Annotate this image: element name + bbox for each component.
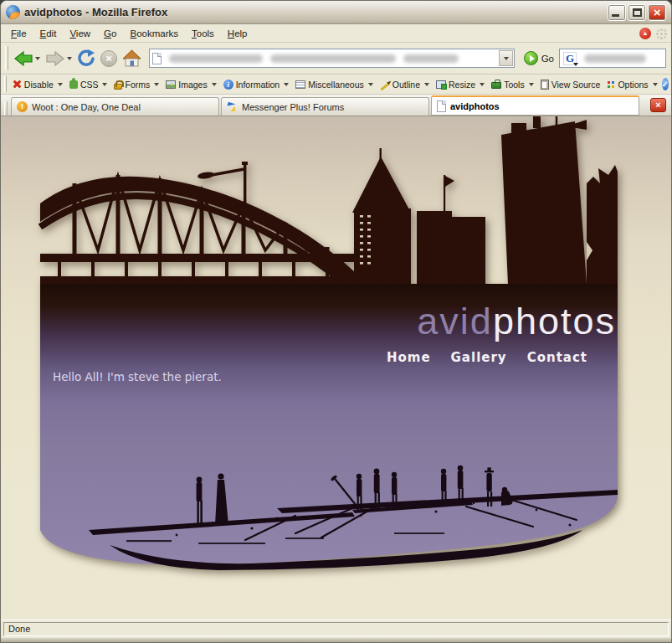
- close-tab-button[interactable]: ×: [650, 98, 666, 112]
- image-icon: [166, 80, 176, 89]
- forward-dropdown-caret[interactable]: [67, 57, 72, 60]
- tab-avidphotos[interactable]: avidphotos: [431, 95, 639, 116]
- reload-icon: [77, 49, 95, 68]
- messenger-plus-favicon: [227, 101, 238, 112]
- back-button[interactable]: [12, 48, 42, 69]
- title-bar: avidphotos - Mozilla Firefox ×: [1, 1, 671, 24]
- blurred-url-text: [270, 54, 396, 63]
- web-developer-toolbar: Disable CSS Forms Images iInformation Mi…: [1, 75, 671, 95]
- site-logo: avidphotos: [417, 299, 616, 343]
- google-search-input[interactable]: G: [559, 49, 666, 68]
- greeting-text: Hello All! I'm steve the pierat.: [53, 370, 222, 383]
- menu-bookmarks[interactable]: Bookmarks: [123, 26, 185, 41]
- menu-go[interactable]: Go: [97, 26, 123, 41]
- toolbar-grippy[interactable]: [4, 76, 7, 91]
- woot-favicon: !: [17, 101, 28, 112]
- google-logo-icon[interactable]: G: [563, 52, 577, 65]
- validation-ok-icon[interactable]: ✓: [662, 78, 669, 90]
- reload-button[interactable]: [75, 48, 97, 69]
- lock-icon: [114, 84, 122, 90]
- page-content: avidphotos Home Gallery Contact Hello Al…: [1, 116, 671, 620]
- logo-photos: photos: [493, 300, 616, 342]
- maximize-button[interactable]: [628, 4, 646, 21]
- tab-bar: ! Woot : One Day, One Deal Messenger Plu…: [1, 95, 671, 116]
- stop-icon: ×: [100, 50, 117, 67]
- menu-view[interactable]: View: [63, 26, 97, 41]
- blurred-url-text: [403, 54, 459, 63]
- menu-file[interactable]: File: [4, 26, 33, 41]
- tab-label: avidphotos: [450, 101, 500, 111]
- blurred-url-text: [169, 54, 263, 63]
- throbber-icon: [656, 28, 666, 39]
- devbar-css[interactable]: CSS: [67, 78, 110, 91]
- tab-messenger-plus[interactable]: Messenger Plus! Forums: [221, 97, 429, 116]
- generic-page-favicon: [437, 100, 446, 112]
- firefox-icon: [6, 5, 20, 19]
- list-icon: [295, 80, 305, 89]
- devbar-images[interactable]: Images: [163, 78, 218, 91]
- devbar-information[interactable]: iInformation: [221, 78, 292, 91]
- stop-button[interactable]: ×: [99, 49, 119, 69]
- back-arrow-icon: [13, 49, 33, 68]
- tab-label: Messenger Plus! Forums: [242, 102, 344, 112]
- toolbar-grippy[interactable]: [5, 46, 8, 71]
- menu-edit[interactable]: Edit: [33, 26, 64, 41]
- page-artwork: [1, 116, 666, 620]
- minimize-button[interactable]: [608, 4, 626, 21]
- red-x-icon: [13, 80, 22, 89]
- tab-woot[interactable]: ! Woot : One Day, One Deal: [11, 97, 219, 116]
- status-text: Done: [3, 622, 669, 636]
- options-icon: [607, 80, 615, 89]
- menu-bar: File Edit View Go Bookmarks Tools Help ▲: [1, 24, 671, 43]
- restart-alert-icon[interactable]: ▲: [639, 28, 651, 39]
- toolbox-icon: [491, 82, 501, 89]
- status-bar: Done: [1, 620, 671, 638]
- blurred-search-text: [584, 54, 646, 63]
- browser-window: avidphotos - Mozilla Firefox × File Edit…: [0, 0, 672, 643]
- address-bar[interactable]: [149, 49, 515, 68]
- nav-link-contact[interactable]: Contact: [527, 350, 587, 365]
- menu-help[interactable]: Help: [221, 26, 254, 41]
- window-title: avidphotos - Mozilla Firefox: [24, 6, 608, 18]
- go-icon: [524, 51, 538, 65]
- forward-button[interactable]: [44, 48, 74, 69]
- site-navigation: Home Gallery Contact: [387, 350, 587, 365]
- puzzle-icon: [69, 80, 78, 89]
- page-favicon: [152, 53, 162, 64]
- back-dropdown-caret[interactable]: [35, 57, 40, 60]
- devbar-options[interactable]: Options: [604, 78, 659, 91]
- toolbar-grippy[interactable]: [4, 101, 8, 116]
- clipboard-icon: [541, 80, 549, 90]
- info-icon: i: [223, 80, 233, 90]
- devbar-miscellaneous[interactable]: Miscellaneous: [293, 78, 376, 91]
- home-icon: [122, 49, 141, 68]
- nav-link-gallery[interactable]: Gallery: [451, 350, 507, 365]
- tab-label: Woot : One Day, One Deal: [32, 102, 141, 112]
- window-bottom-border: [1, 638, 671, 642]
- devbar-tools[interactable]: Tools: [489, 78, 536, 91]
- logo-avid: avid: [417, 300, 493, 342]
- devbar-resize[interactable]: Resize: [433, 78, 487, 91]
- go-label: Go: [541, 54, 554, 64]
- menu-tools[interactable]: Tools: [185, 26, 221, 41]
- resize-window-icon: [436, 80, 446, 89]
- address-dropdown-button[interactable]: [499, 50, 513, 66]
- devbar-forms[interactable]: Forms: [111, 78, 162, 91]
- navigation-toolbar: × Go G: [1, 43, 671, 75]
- home-button[interactable]: [121, 48, 143, 69]
- window-controls: ×: [608, 4, 666, 21]
- go-button[interactable]: Go: [524, 51, 554, 65]
- devbar-outline[interactable]: Outline: [377, 78, 432, 91]
- devbar-view-source[interactable]: View Source: [538, 78, 603, 91]
- close-button[interactable]: ×: [648, 4, 666, 21]
- forward-arrow-icon: [45, 49, 65, 68]
- nav-link-home[interactable]: Home: [387, 350, 431, 365]
- pencil-icon: [380, 82, 389, 90]
- devbar-disable[interactable]: Disable: [10, 78, 65, 91]
